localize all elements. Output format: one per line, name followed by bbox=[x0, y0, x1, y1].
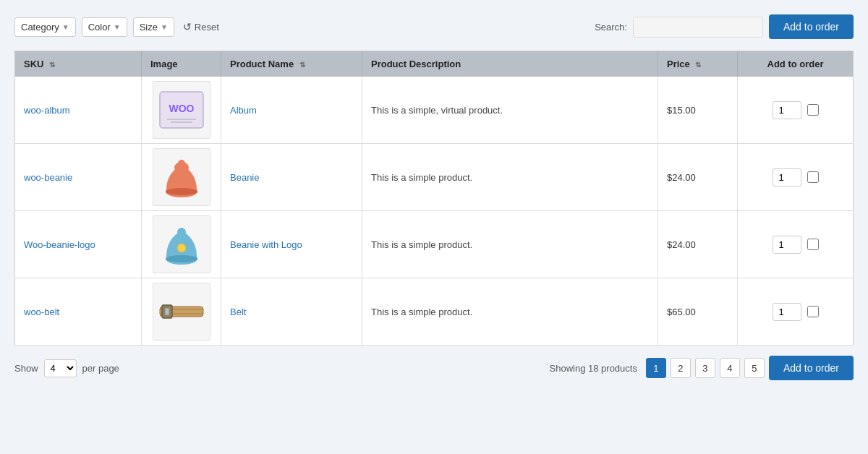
reset-button[interactable]: ↺ Reset bbox=[180, 17, 222, 36]
cell-image-1 bbox=[142, 144, 221, 211]
pagination-area: Showing 18 products 1 2 3 4 5 Add to ord… bbox=[550, 356, 854, 380]
cell-name-2: Beanie with Logo bbox=[221, 211, 362, 278]
add-to-order-button-bottom[interactable]: Add to order bbox=[769, 356, 854, 380]
page-5-button[interactable]: 5 bbox=[744, 358, 765, 378]
product-name-link-1[interactable]: Beanie bbox=[230, 172, 259, 183]
col-add: Add to order bbox=[738, 51, 854, 77]
qty-input-0[interactable] bbox=[773, 101, 801, 119]
cell-description-1: This is a simple product. bbox=[362, 144, 658, 211]
svg-text:WOO: WOO bbox=[169, 103, 194, 114]
table-row: Woo-beanie-logo Beanie with Logo This is… bbox=[15, 211, 854, 278]
cell-description-2: This is a simple product. bbox=[362, 211, 658, 278]
svg-rect-20 bbox=[165, 308, 169, 315]
cell-add-2 bbox=[738, 211, 854, 278]
cell-sku-1: woo-beanie bbox=[15, 144, 142, 211]
name-sort-icon: ⇅ bbox=[299, 61, 305, 69]
product-image-1 bbox=[153, 148, 210, 206]
table-header-row: SKU ⇅ Image Product Name ⇅ Product Descr… bbox=[15, 51, 854, 77]
add-checkbox-0[interactable] bbox=[807, 104, 819, 116]
product-name-link-0[interactable]: Album bbox=[230, 105, 257, 116]
add-checkbox-1[interactable] bbox=[807, 171, 819, 183]
cell-description-3: This is a simple product. bbox=[362, 278, 658, 346]
search-label: Search: bbox=[595, 22, 627, 33]
qty-input-1[interactable] bbox=[773, 168, 801, 187]
add-checkbox-3[interactable] bbox=[807, 306, 819, 317]
cell-sku-2: Woo-beanie-logo bbox=[15, 211, 142, 278]
cell-price-0: $15.00 bbox=[658, 77, 738, 144]
category-label: Category bbox=[21, 22, 59, 33]
qty-input-3[interactable] bbox=[773, 303, 801, 321]
svg-point-9 bbox=[178, 160, 185, 167]
add-checkbox-2[interactable] bbox=[807, 239, 819, 250]
search-input[interactable] bbox=[633, 17, 763, 38]
search-area: Search: bbox=[595, 17, 763, 38]
page-4-button[interactable]: 4 bbox=[720, 358, 740, 378]
sku-link-3[interactable]: woo-belt bbox=[24, 307, 59, 317]
product-name-link-2[interactable]: Beanie with Logo bbox=[230, 239, 302, 250]
color-label: Color bbox=[88, 22, 111, 33]
add-to-order-button-top[interactable]: Add to order bbox=[769, 14, 854, 39]
sku-link-0[interactable]: woo-album bbox=[24, 105, 70, 116]
toolbar: Category ▼ Color ▼ Size ▼ ↺ Reset Search… bbox=[14, 14, 854, 39]
category-filter[interactable]: Category ▼ bbox=[14, 17, 76, 37]
cell-add-0 bbox=[738, 77, 854, 144]
cell-sku-3: woo-belt bbox=[15, 278, 142, 346]
sku-sort-icon: ⇅ bbox=[49, 61, 55, 69]
cell-name-0: Album bbox=[221, 77, 362, 144]
sku-link-1[interactable]: woo-beanie bbox=[24, 172, 72, 183]
size-filter[interactable]: Size ▼ bbox=[133, 17, 174, 37]
col-image: Image bbox=[142, 51, 221, 77]
table-row: woo-album WOO Album This is a simple, vi… bbox=[15, 77, 854, 144]
reset-icon: ↺ bbox=[183, 21, 192, 33]
category-arrow-icon: ▼ bbox=[62, 23, 69, 31]
col-price: Price ⇅ bbox=[658, 51, 738, 77]
cell-image-2 bbox=[142, 211, 221, 278]
table-row: woo-beanie Beanie This is a simple produ… bbox=[15, 144, 854, 211]
product-name-link-3[interactable]: Belt bbox=[230, 307, 246, 317]
cell-price-1: $24.00 bbox=[658, 144, 738, 211]
color-arrow-icon: ▼ bbox=[114, 23, 121, 31]
show-label: Show bbox=[14, 363, 38, 374]
per-page-label: per page bbox=[82, 363, 119, 374]
cell-image-0: WOO bbox=[142, 77, 221, 144]
col-description: Product Description bbox=[362, 51, 658, 77]
svg-point-14 bbox=[177, 244, 186, 252]
per-page-select[interactable]: 4 8 12 bbox=[44, 359, 77, 377]
table-footer: Show 4 8 12 per page Showing 18 products… bbox=[14, 356, 854, 380]
col-name: Product Name ⇅ bbox=[221, 51, 362, 77]
products-table: SKU ⇅ Image Product Name ⇅ Product Descr… bbox=[14, 51, 854, 346]
product-image-3 bbox=[153, 283, 210, 340]
qty-input-2[interactable] bbox=[773, 236, 801, 254]
table-row: woo-belt Belt This is a simple product. … bbox=[15, 278, 854, 346]
showing-text: Showing 18 products bbox=[550, 363, 637, 374]
cell-sku-0: woo-album bbox=[15, 77, 142, 144]
svg-point-13 bbox=[177, 228, 186, 236]
svg-point-7 bbox=[166, 188, 197, 195]
cell-price-3: $65.00 bbox=[658, 278, 738, 346]
product-image-0: WOO bbox=[153, 81, 210, 139]
page-1-button[interactable]: 1 bbox=[646, 358, 666, 378]
cell-price-2: $24.00 bbox=[658, 211, 738, 278]
cell-add-3 bbox=[738, 278, 854, 346]
cell-name-1: Beanie bbox=[221, 144, 362, 211]
col-sku: SKU ⇅ bbox=[15, 51, 142, 77]
page-3-button[interactable]: 3 bbox=[695, 358, 715, 378]
svg-point-12 bbox=[166, 255, 197, 262]
price-sort-icon: ⇅ bbox=[695, 61, 701, 69]
product-image-2 bbox=[153, 215, 210, 273]
size-arrow-icon: ▼ bbox=[161, 23, 168, 31]
cell-name-3: Belt bbox=[221, 278, 362, 346]
cell-image-3 bbox=[142, 278, 221, 346]
size-label: Size bbox=[140, 22, 158, 33]
cell-add-1 bbox=[738, 144, 854, 211]
page-2-button[interactable]: 2 bbox=[671, 358, 691, 378]
sku-link-2[interactable]: Woo-beanie-logo bbox=[24, 239, 95, 250]
color-filter[interactable]: Color ▼ bbox=[82, 17, 127, 37]
cell-description-0: This is a simple, virtual product. bbox=[362, 77, 658, 144]
